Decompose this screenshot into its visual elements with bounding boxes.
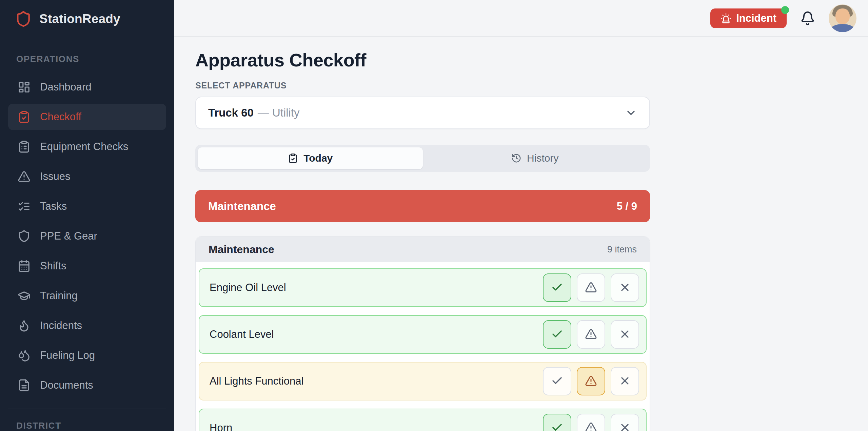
checklist-item-label: All Lights Functional <box>210 375 303 387</box>
sidebar: StationReady OPERATIONS Dashboard Checko… <box>0 0 174 431</box>
clipboard-check-icon <box>288 153 298 163</box>
fail-button[interactable] <box>611 367 639 395</box>
x-icon <box>619 422 631 431</box>
page-title: Apparatus Checkoff <box>195 49 650 70</box>
page-content: Apparatus Checkoff SELECT APPARATUS Truc… <box>174 37 671 431</box>
maintenance-banner[interactable]: Maintenance 5 / 9 <box>195 190 650 222</box>
dashboard-icon <box>18 81 31 94</box>
fail-button[interactable] <box>611 273 639 302</box>
maintenance-card: Maintenance 9 items Engine Oil Level <box>195 236 650 431</box>
sidebar-item-label: Tasks <box>40 200 67 212</box>
x-icon <box>619 375 631 388</box>
warn-button[interactable] <box>577 414 605 431</box>
bell-icon <box>800 22 815 27</box>
warning-icon <box>585 422 597 431</box>
droplets-icon <box>18 349 31 362</box>
incident-button-label: Incident <box>736 12 776 24</box>
checklist-item-label: Coolant Level <box>210 328 274 341</box>
sidebar-item-shifts[interactable]: Shifts <box>8 253 166 279</box>
pass-button[interactable] <box>543 320 571 349</box>
fail-button[interactable] <box>611 320 639 349</box>
banner-label: Maintenance <box>208 200 276 213</box>
sidebar-item-ppe-gear[interactable]: PPE & Gear <box>8 223 166 249</box>
sidebar-item-issues[interactable]: Issues <box>8 163 166 190</box>
sidebar-item-dashboard[interactable]: Dashboard <box>8 74 166 100</box>
card-title: Maintenance <box>209 243 274 256</box>
sidebar-divider: DISTRICT <box>8 409 166 431</box>
user-avatar[interactable] <box>829 4 856 32</box>
chevron-down-icon <box>625 107 637 119</box>
checklist-item-label: Engine Oil Level <box>210 282 286 294</box>
sidebar-item-label: Shifts <box>40 260 66 272</box>
sidebar-item-fueling-log[interactable]: Fueling Log <box>8 342 166 369</box>
warn-button[interactable] <box>577 273 605 302</box>
sidebar-item-label: Fueling Log <box>40 349 95 362</box>
select-apparatus-label: SELECT APPARATUS <box>195 81 650 90</box>
clipboard-check-icon <box>18 110 31 123</box>
card-item-count: 9 items <box>607 244 637 255</box>
sidebar-item-label: Documents <box>40 379 93 391</box>
row-actions <box>543 273 639 302</box>
tab-today-label: Today <box>303 152 333 164</box>
flame-icon <box>18 319 31 332</box>
sidebar-item-label: Training <box>40 290 78 302</box>
checklist: Engine Oil Level <box>196 262 650 431</box>
check-icon <box>551 281 563 294</box>
tab-history[interactable]: History <box>423 147 648 169</box>
brand-name: StationReady <box>39 12 120 26</box>
file-text-icon <box>18 379 31 392</box>
sidebar-item-label: Incidents <box>40 320 82 332</box>
sidebar-item-label: Dashboard <box>40 81 92 93</box>
check-icon <box>551 422 563 431</box>
sidebar-nav: OPERATIONS Dashboard Checkoff <box>0 38 174 431</box>
x-icon <box>619 281 631 294</box>
warn-button[interactable] <box>577 320 605 349</box>
siren-icon <box>721 13 731 24</box>
sidebar-item-tasks[interactable]: Tasks <box>8 193 166 220</box>
status-dot <box>781 6 789 14</box>
row-actions <box>543 320 639 349</box>
alert-triangle-icon <box>18 170 31 183</box>
banner-progress: 5 / 9 <box>617 200 637 212</box>
card-header: Maintenance 9 items <box>196 237 650 262</box>
sidebar-item-label: PPE & Gear <box>40 230 97 242</box>
checklist-item-label: Horn <box>210 422 232 431</box>
check-icon <box>551 375 563 388</box>
checklist-item-row: Horn <box>199 409 647 431</box>
sidebar-item-label: Checkoff <box>40 111 81 123</box>
sidebar-item-equipment-checks[interactable]: Equipment Checks <box>8 134 166 160</box>
history-clock-icon <box>511 153 521 163</box>
sidebar-item-label: Equipment Checks <box>40 141 128 153</box>
sidebar-item-checkoff[interactable]: Checkoff <box>8 104 166 130</box>
sidebar-item-documents[interactable]: Documents <box>8 372 166 398</box>
apparatus-select[interactable]: Truck 60 — Utility <box>195 97 650 129</box>
pass-button[interactable] <box>543 414 571 431</box>
list-checks-icon <box>18 200 31 213</box>
checklist-item-row: All Lights Functional <box>199 362 647 401</box>
warning-icon <box>585 375 597 388</box>
apparatus-type: Utility <box>272 106 300 119</box>
incident-button[interactable]: Incident <box>710 8 787 28</box>
check-icon <box>551 328 563 341</box>
warn-button[interactable] <box>577 367 605 395</box>
avatar-shirt <box>830 24 855 32</box>
notifications-button[interactable] <box>800 11 815 26</box>
shield-logo-icon <box>15 11 32 27</box>
view-tabs: Today History <box>195 145 650 172</box>
sidebar-item-incidents[interactable]: Incidents <box>8 312 166 339</box>
fail-button[interactable] <box>611 414 639 431</box>
x-icon <box>619 328 631 341</box>
row-actions <box>543 414 639 431</box>
tab-history-label: History <box>527 152 558 164</box>
pass-button[interactable] <box>543 273 571 302</box>
shield-icon <box>18 230 31 243</box>
warning-icon <box>585 281 597 294</box>
topbar: Incident <box>174 0 868 37</box>
brand-logo[interactable]: StationReady <box>0 0 174 38</box>
avatar-face <box>835 8 850 24</box>
tab-today[interactable]: Today <box>198 147 423 169</box>
graduation-cap-icon <box>18 289 31 302</box>
pass-button[interactable] <box>543 367 571 395</box>
sidebar-item-training[interactable]: Training <box>8 283 166 309</box>
checklist-item-row: Engine Oil Level <box>199 268 647 307</box>
